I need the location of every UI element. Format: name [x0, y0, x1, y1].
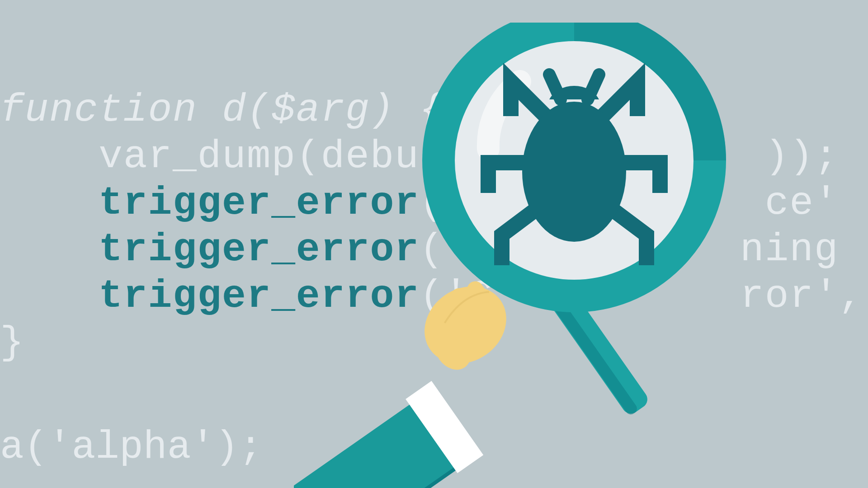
code-trigger-2: trigger_error: [99, 227, 419, 272]
code-close-brace: }: [0, 320, 25, 365]
code-line5-rest: ('C ror',: [420, 274, 863, 319]
code-line1-rest: d($arg) {: [198, 88, 444, 132]
code-line2: var_dump(debug_ ));: [0, 134, 839, 179]
code-trigger-1: trigger_error: [99, 181, 419, 225]
code-block: function d($arg) { var_dump(debug_ )); t…: [0, 41, 863, 413]
code-call: a('alpha');: [0, 425, 263, 469]
code-trigger-3: trigger_error: [99, 274, 419, 319]
code-keyword-function: function: [0, 88, 198, 132]
svg-rect-1: [294, 461, 465, 488]
code-line4-rest: ( ning: [420, 227, 839, 272]
code-line3-rest: ( ce': [420, 181, 839, 225]
illustration-stage: function d($arg) { var_dump(debug_ )); t…: [0, 0, 868, 488]
